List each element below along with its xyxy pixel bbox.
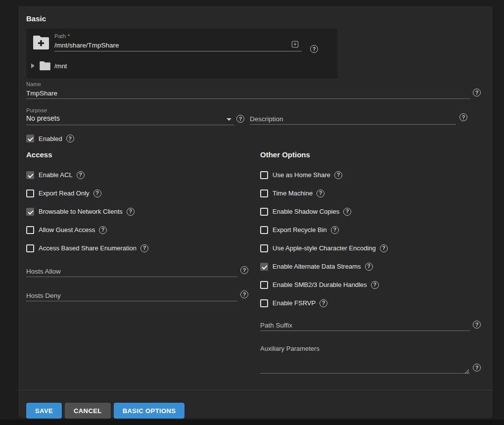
allow-guest-help-icon[interactable]: ? bbox=[99, 226, 107, 234]
shadow-copies-label: Enable Shadow Copies bbox=[273, 208, 339, 215]
purpose-help-icon[interactable]: ? bbox=[236, 115, 244, 123]
purpose-description-row: Purpose No presets ? ? bbox=[26, 107, 485, 127]
recycle-bin-checkbox[interactable] bbox=[260, 226, 268, 234]
allow-guest-checkbox[interactable] bbox=[26, 226, 34, 234]
export-read-only-checkbox[interactable] bbox=[26, 189, 34, 197]
purpose-selected-value: No presets bbox=[26, 114, 234, 125]
purpose-label: Purpose bbox=[26, 107, 47, 113]
hosts-allow-help-icon[interactable]: ? bbox=[240, 266, 248, 274]
browsable-checkbox[interactable] bbox=[26, 208, 34, 216]
section-title-other-options: Other Options bbox=[260, 150, 310, 159]
aux-params-label: Auxiliary Parameters bbox=[260, 345, 485, 352]
durable-handles-checkbox[interactable] bbox=[260, 281, 268, 289]
path-help-icon[interactable]: ? bbox=[310, 45, 318, 53]
checkbox-row-apple-encoding: Use Apple-style Character Encoding ? bbox=[260, 239, 485, 257]
expand-arrow-icon[interactable] bbox=[31, 63, 35, 68]
hosts-deny-input[interactable] bbox=[26, 290, 237, 301]
description-input[interactable] bbox=[250, 114, 456, 125]
enable-acl-help-icon[interactable]: ? bbox=[77, 171, 85, 179]
aux-params-help-icon[interactable]: ? bbox=[473, 364, 481, 372]
name-field-group: Name ? bbox=[26, 81, 485, 100]
checkbox-row-shadow-copies: Enable Shadow Copies ? bbox=[260, 202, 485, 221]
apple-encoding-help-icon[interactable]: ? bbox=[380, 244, 388, 252]
home-share-checkbox[interactable] bbox=[260, 171, 268, 179]
export-read-only-label: Export Read Only bbox=[39, 189, 90, 197]
allow-guest-label: Allow Guest Access bbox=[39, 226, 95, 234]
path-input[interactable] bbox=[54, 40, 302, 51]
purpose-select[interactable]: Purpose No presets ? bbox=[26, 107, 246, 127]
path-suffix-input[interactable] bbox=[260, 320, 470, 331]
alternate-streams-label: Enable Alternate Data Streams bbox=[273, 263, 361, 270]
checkbox-row-abse: Access Based Share Enumeration ? bbox=[26, 239, 254, 257]
durable-handles-label: Enable SMB2/3 Durable Handles bbox=[273, 281, 367, 288]
autofill-box-icon bbox=[291, 41, 299, 50]
hosts-deny-field-group: ? bbox=[26, 288, 258, 306]
shadow-copies-help-icon[interactable]: ? bbox=[343, 208, 351, 216]
home-share-help-icon[interactable]: ? bbox=[334, 171, 342, 179]
checkbox-row-browsable: Browsable to Network Clients ? bbox=[26, 202, 254, 221]
hosts-deny-help-icon[interactable]: ? bbox=[240, 290, 248, 298]
description-field-group: ? bbox=[250, 107, 467, 127]
save-button[interactable]: SAVE bbox=[26, 403, 62, 419]
section-title-access: Access bbox=[26, 150, 52, 159]
recycle-bin-label: Export Recycle Bin bbox=[273, 226, 327, 234]
time-machine-label: Time Machine bbox=[273, 189, 313, 197]
home-share-label: Use as Home Share bbox=[273, 171, 330, 179]
hosts-allow-input[interactable] bbox=[26, 266, 237, 277]
cancel-button[interactable]: CANCEL bbox=[65, 403, 111, 419]
abse-help-icon[interactable]: ? bbox=[140, 244, 148, 252]
checkbox-row-fsrvp: Enable FSRVP ? bbox=[260, 294, 485, 312]
durable-handles-help-icon[interactable]: ? bbox=[371, 281, 379, 289]
page-bottom-strip bbox=[0, 420, 504, 425]
browsable-help-icon[interactable]: ? bbox=[127, 208, 135, 216]
dropdown-arrow-icon bbox=[227, 118, 231, 121]
shadow-copies-checkbox[interactable] bbox=[260, 208, 268, 216]
create-folder-icon[interactable] bbox=[32, 35, 50, 51]
basic-options-button[interactable]: BASIC OPTIONS bbox=[114, 403, 185, 419]
button-row: SAVE CANCEL BASIC OPTIONS bbox=[26, 403, 184, 419]
form-footer: SAVE CANCEL BASIC OPTIONS bbox=[18, 390, 493, 418]
name-input[interactable] bbox=[26, 88, 470, 99]
checkbox-row-alternate-streams: Enable Alternate Data Streams ? bbox=[260, 257, 485, 276]
path-label: Path * bbox=[54, 33, 70, 39]
enabled-help-icon[interactable]: ? bbox=[66, 135, 74, 142]
folder-icon bbox=[40, 61, 50, 70]
checkbox-row-time-machine: Time Machine ? bbox=[260, 184, 485, 202]
checkbox-row-durable-handles: Enable SMB2/3 Durable Handles ? bbox=[260, 276, 485, 294]
abse-checkbox[interactable] bbox=[26, 244, 34, 252]
time-machine-help-icon[interactable]: ? bbox=[317, 189, 324, 197]
apple-encoding-label: Use Apple-style Character Encoding bbox=[273, 244, 376, 252]
tree-node-mnt[interactable]: /mnt bbox=[31, 61, 67, 70]
aux-params-textarea[interactable] bbox=[260, 357, 470, 374]
other-options-checkbox-list: Use as Home Share ? Time Machine ? Enabl… bbox=[260, 166, 485, 312]
resize-handle-icon[interactable] bbox=[463, 367, 469, 376]
name-help-icon[interactable]: ? bbox=[473, 89, 481, 96]
apple-encoding-checkbox[interactable] bbox=[260, 244, 268, 252]
path-suffix-help-icon[interactable]: ? bbox=[473, 321, 481, 329]
checkbox-row-export-read-only: Export Read Only ? bbox=[26, 184, 254, 202]
fsrvp-label: Enable FSRVP bbox=[273, 299, 316, 307]
recycle-bin-help-icon[interactable]: ? bbox=[331, 226, 339, 234]
fsrvp-checkbox[interactable] bbox=[260, 299, 268, 307]
smb-share-form-card: Basic Path * ? /mnt Name ? bbox=[18, 6, 493, 418]
path-suffix-field-group: ? bbox=[260, 319, 485, 336]
alternate-streams-checkbox[interactable] bbox=[260, 263, 268, 271]
enabled-checkbox[interactable] bbox=[26, 135, 34, 142]
enable-acl-label: Enable ACL bbox=[39, 171, 73, 179]
browsable-label: Browsable to Network Clients bbox=[39, 208, 123, 215]
export-read-only-help-icon[interactable]: ? bbox=[93, 189, 101, 197]
enable-acl-checkbox[interactable] bbox=[26, 171, 34, 179]
hosts-allow-field-group: ? bbox=[26, 264, 258, 282]
path-file-picker: Path * ? /mnt bbox=[26, 29, 338, 78]
section-title-basic: Basic bbox=[26, 14, 46, 23]
description-help-icon[interactable]: ? bbox=[459, 113, 467, 121]
fsrvp-help-icon[interactable]: ? bbox=[320, 299, 327, 307]
enabled-label: Enabled bbox=[39, 135, 62, 142]
checkbox-row-enable-acl: Enable ACL ? bbox=[26, 166, 254, 184]
abse-label: Access Based Share Enumeration bbox=[39, 244, 137, 252]
time-machine-checkbox[interactable] bbox=[260, 189, 268, 197]
name-label: Name bbox=[26, 81, 41, 87]
access-checkbox-list: Enable ACL ? Export Read Only ? Browsabl… bbox=[26, 166, 254, 257]
enabled-checkbox-row: Enabled ? bbox=[26, 134, 74, 143]
alternate-streams-help-icon[interactable]: ? bbox=[365, 263, 373, 271]
